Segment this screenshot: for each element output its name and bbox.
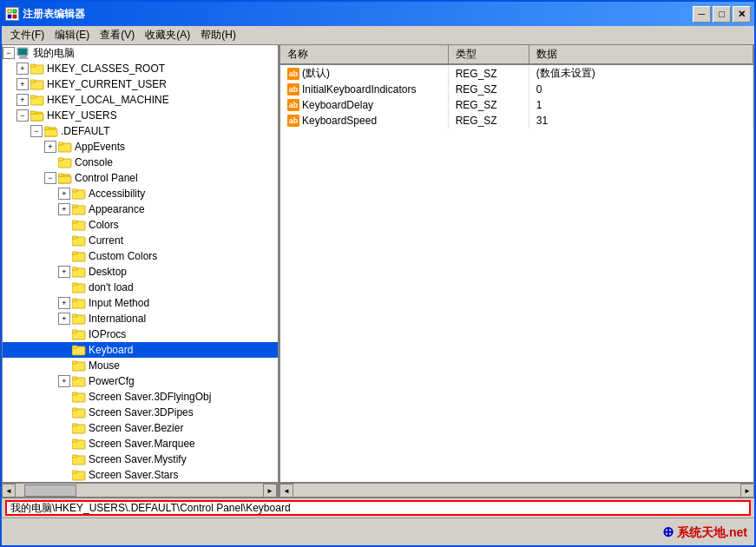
tree-item-ssbezier[interactable]: Screen Saver.Bezier: [3, 420, 278, 436]
tree-item-ssstars[interactable]: Screen Saver.Stars: [3, 467, 278, 482]
cell-type: REG_SZ: [448, 82, 529, 97]
close-button[interactable]: ✕: [733, 6, 751, 23]
folder-icon-desktop: [72, 266, 86, 278]
svg-rect-50: [72, 361, 77, 364]
expand-btn-accessibility[interactable]: +: [58, 188, 70, 200]
menu-view[interactable]: 查看(V): [95, 26, 140, 44]
item-label-default: .DEFAULT: [61, 125, 109, 137]
tree-item-dontload[interactable]: don't load: [3, 280, 278, 295]
tree-item-appevents[interactable]: + AppEvents: [3, 139, 278, 155]
expand-btn-appearance[interactable]: +: [58, 203, 70, 215]
tree-item-colors[interactable]: Colors: [3, 217, 278, 233]
expand-btn-hkcu[interactable]: +: [16, 78, 29, 90]
col-name[interactable]: 名称: [280, 45, 448, 64]
expand-btn-powercfg[interactable]: +: [58, 375, 70, 387]
item-label-powercfg: PowerCfg: [89, 375, 135, 387]
tree-item-international[interactable]: + International: [3, 311, 278, 326]
item-label-customcolors: Custom Colors: [89, 250, 157, 262]
tree-item-ioprocs[interactable]: IOProcs: [3, 326, 278, 342]
svg-rect-44: [72, 314, 77, 317]
col-data[interactable]: 数据: [529, 45, 753, 64]
expand-btn-international[interactable]: +: [58, 313, 70, 325]
registry-table: 名称 类型 数据 ab(默认) REG_SZ (数值未设置) abInitial…: [280, 45, 753, 129]
expand-btn-hku[interactable]: −: [16, 109, 29, 122]
tree-item-mypc[interactable]: − 我的电脑: [3, 45, 278, 61]
main-window: 注册表编辑器 ─ □ ✕ 文件(F) 编辑(E) 查看(V) 收藏夹(A) 帮助…: [0, 0, 756, 547]
tree-item-hkcu[interactable]: + HKEY_CURRENT_USER: [3, 76, 278, 92]
svg-rect-36: [72, 252, 77, 254]
table-row[interactable]: abInitialKeyboardIndicators REG_SZ 0: [280, 82, 753, 97]
tree-item-accessibility[interactable]: + Accessibility: [3, 186, 278, 201]
right-scroll-right[interactable]: ►: [740, 484, 754, 498]
tree-item-desktop[interactable]: + Desktop: [3, 264, 278, 280]
tree-item-powercfg[interactable]: + PowerCfg: [3, 373, 278, 389]
expand-btn-appevents[interactable]: +: [44, 141, 56, 153]
no-expand-keyboard: [58, 344, 70, 356]
right-scroll-left[interactable]: ◄: [279, 484, 293, 498]
folder-icon-hkcu: [30, 78, 44, 90]
menu-file[interactable]: 文件(F): [5, 26, 49, 44]
no-expand-mouse: [58, 359, 70, 372]
minimize-button[interactable]: ─: [693, 6, 711, 23]
tree-item-ssmystify[interactable]: Screen Saver.Mystify: [3, 451, 278, 467]
folder-icon-dontload: [72, 281, 86, 293]
left-scroll-right[interactable]: ►: [263, 484, 277, 498]
svg-rect-18: [44, 129, 57, 136]
expand-btn-mypc[interactable]: −: [3, 47, 15, 59]
cell-data: 31: [529, 113, 753, 129]
watermark-text: ⊕ 系统天地.net: [662, 524, 747, 541]
folder-icon-keyboard: [72, 344, 86, 356]
expand-btn-default[interactable]: −: [30, 125, 43, 137]
svg-rect-26: [58, 174, 63, 176]
tree-item-ss3dpipes[interactable]: Screen Saver.3DPipes: [3, 405, 278, 420]
folder-icon-hklm: [30, 94, 44, 106]
folder-icon-ssmystify: [72, 453, 86, 465]
tree-item-ssmarquee[interactable]: Screen Saver.Marquee: [3, 436, 278, 451]
cell-name: abKeyboardSpeed: [280, 113, 448, 129]
maximize-button[interactable]: □: [713, 6, 731, 23]
item-label-mypc: 我的电脑: [33, 46, 75, 61]
expand-btn-controlpanel[interactable]: −: [44, 172, 56, 184]
tree-item-current[interactable]: Current: [3, 233, 278, 248]
expand-btn-hklm[interactable]: +: [16, 94, 29, 106]
tree-item-appearance[interactable]: + Appearance: [3, 201, 278, 217]
cell-type: REG_SZ: [448, 64, 529, 82]
expand-btn-hkcr[interactable]: +: [16, 63, 29, 75]
tree-item-ss3dflying[interactable]: Screen Saver.3DFlyingObj: [3, 389, 278, 405]
left-hscroll-track[interactable]: [16, 484, 263, 497]
left-scroll-left[interactable]: ◄: [2, 484, 16, 498]
table-row[interactable]: abKeyboardSpeed REG_SZ 31: [280, 113, 753, 129]
tree-item-customcolors[interactable]: Custom Colors: [3, 248, 278, 264]
expand-btn-desktop[interactable]: +: [58, 266, 70, 278]
svg-rect-11: [30, 80, 36, 82]
menu-favorites[interactable]: 收藏夹(A): [140, 26, 195, 44]
tree-item-mouse[interactable]: Mouse: [3, 358, 278, 373]
menu-help[interactable]: 帮助(H): [195, 26, 241, 44]
svg-rect-5: [18, 49, 27, 55]
tree-item-console[interactable]: Console: [3, 155, 278, 170]
tree-panel: − 我的电脑+ HKEY_CLASSES_ROOT+ HKEY_CURRENT_…: [3, 45, 280, 482]
tree-item-default[interactable]: − .DEFAULT: [3, 123, 278, 139]
tree-item-inputmethod[interactable]: + Input Method: [3, 295, 278, 311]
tree-item-keyboard[interactable]: Keyboard: [3, 342, 278, 358]
tree-item-hklm[interactable]: + HKEY_LOCAL_MACHINE: [3, 92, 278, 108]
right-hscroll-track[interactable]: [293, 484, 740, 497]
col-type[interactable]: 类型: [448, 45, 529, 64]
tree-scroll[interactable]: − 我的电脑+ HKEY_CLASSES_ROOT+ HKEY_CURRENT_…: [3, 45, 278, 482]
folder-icon-appearance: [72, 203, 86, 215]
table-row[interactable]: abKeyboardDelay REG_SZ 1: [280, 97, 753, 113]
expand-btn-inputmethod[interactable]: +: [58, 297, 70, 309]
menu-edit[interactable]: 编辑(E): [49, 26, 95, 44]
item-label-ssbezier: Screen Saver.Bezier: [89, 422, 183, 434]
no-expand-colors: [58, 219, 70, 231]
titlebar: 注册表编辑器 ─ □ ✕: [2, 2, 754, 26]
left-hscroll-thumb[interactable]: [24, 484, 76, 497]
tree-item-controlpanel[interactable]: − Control Panel: [3, 170, 278, 186]
tree-item-hku[interactable]: − HKEY_USERS: [3, 108, 278, 123]
no-expand-ss3dpipes: [58, 406, 70, 418]
tree-item-hkcr[interactable]: + HKEY_CLASSES_ROOT: [3, 61, 278, 76]
right-scroll[interactable]: 名称 类型 数据 ab(默认) REG_SZ (数值未设置) abInitial…: [280, 45, 753, 482]
table-row[interactable]: ab(默认) REG_SZ (数值未设置): [280, 64, 753, 82]
item-label-desktop: Desktop: [89, 266, 127, 278]
item-label-ssmystify: Screen Saver.Mystify: [89, 453, 187, 465]
